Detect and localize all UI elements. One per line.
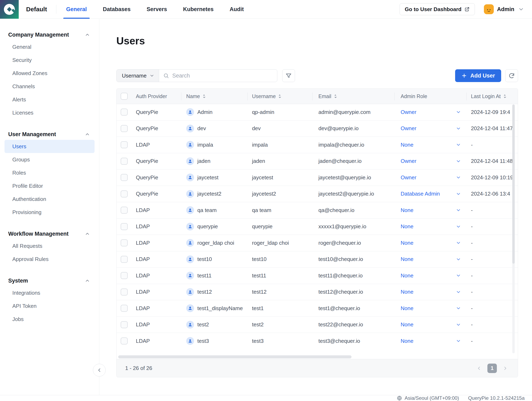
user-avatar[interactable] — [484, 4, 494, 14]
admin-role-link[interactable]: Owner — [401, 125, 417, 132]
chevron-down-icon[interactable] — [456, 240, 461, 246]
admin-role-link[interactable]: None — [401, 207, 413, 213]
row-checkbox[interactable] — [121, 158, 128, 165]
column-header-username[interactable]: Username — [247, 89, 312, 104]
name-text: test12 — [197, 289, 212, 295]
chevron-down-icon[interactable] — [456, 306, 461, 311]
chevron-down-icon[interactable] — [456, 175, 461, 180]
chevron-down-icon[interactable] — [456, 273, 461, 278]
admin-role-link[interactable]: None — [401, 142, 413, 148]
column-header-email[interactable]: Email — [312, 89, 394, 104]
search-input[interactable] — [172, 73, 273, 79]
row-checkbox[interactable] — [121, 337, 128, 344]
admin-role-link[interactable]: None — [401, 240, 413, 246]
admin-role-link[interactable]: None — [401, 321, 413, 328]
sidebar-item-users[interactable]: Users — [5, 140, 95, 153]
sort-icon[interactable] — [203, 94, 206, 98]
column-header-name[interactable]: Name — [181, 89, 247, 104]
sidebar-item-authentication[interactable]: Authentication — [0, 192, 99, 206]
row-checkbox[interactable] — [121, 256, 128, 263]
chevron-down-icon[interactable] — [456, 322, 461, 327]
nav-tab-audit[interactable]: Audit — [228, 0, 245, 19]
sidebar-section-header[interactable]: User Management — [0, 129, 99, 140]
row-checkbox[interactable] — [121, 141, 128, 148]
row-checkbox[interactable] — [121, 223, 128, 230]
row-checkbox[interactable] — [121, 207, 128, 214]
sort-icon[interactable] — [278, 94, 281, 98]
row-checkbox[interactable] — [121, 125, 128, 132]
sidebar-section-header[interactable]: System — [0, 275, 99, 286]
sidebar-item-provisioning[interactable]: Provisioning — [0, 206, 99, 219]
nav-tab-general[interactable]: General — [65, 0, 88, 19]
sidebar-item-channels[interactable]: Channels — [0, 80, 99, 93]
chevron-down-icon[interactable] — [456, 208, 461, 213]
admin-role-link[interactable]: Database Admin — [401, 191, 440, 197]
chevron-down-icon[interactable] — [456, 191, 461, 197]
row-checkbox[interactable] — [121, 191, 128, 197]
horizontal-scrollbar[interactable] — [118, 355, 352, 358]
select-all-checkbox[interactable] — [121, 93, 128, 100]
row-checkbox[interactable] — [121, 321, 128, 328]
sidebar-section-header[interactable]: Workflow Management — [0, 228, 99, 239]
sidebar-item-security[interactable]: Security — [0, 53, 99, 67]
row-checkbox[interactable] — [121, 174, 128, 181]
sidebar-item-all-requests[interactable]: All Requests — [0, 239, 99, 253]
sidebar-item-api-token[interactable]: API Token — [0, 299, 99, 312]
sort-icon[interactable] — [503, 94, 506, 98]
row-checkbox[interactable] — [121, 288, 128, 295]
cell-last-login: - — [466, 333, 518, 349]
chevron-down-icon[interactable] — [456, 159, 461, 164]
previous-page-button[interactable] — [475, 364, 483, 372]
sidebar-collapse-button[interactable] — [93, 364, 106, 376]
row-checkbox[interactable] — [121, 108, 128, 115]
sidebar-item-licenses[interactable]: Licenses — [0, 106, 99, 119]
chevron-down-icon[interactable] — [456, 126, 461, 131]
admin-role-link[interactable]: Owner — [401, 158, 417, 164]
nav-tab-databases[interactable]: Databases — [101, 0, 132, 19]
row-checkbox[interactable] — [121, 239, 128, 246]
sidebar-item-alerts[interactable]: Alerts — [0, 93, 99, 106]
go-to-user-dashboard-button[interactable]: Go to User Dashboard — [400, 3, 475, 15]
admin-role-link[interactable]: None — [401, 289, 413, 295]
chevron-down-icon[interactable] — [456, 109, 461, 115]
column-label: Name — [186, 93, 200, 99]
column-header-last_login[interactable]: Last Login At — [466, 89, 518, 104]
add-user-button[interactable]: Add User — [455, 69, 501, 82]
nav-tab-kubernetes[interactable]: Kubernetes — [182, 0, 215, 19]
sidebar-item-integrations[interactable]: Integrations — [0, 286, 99, 299]
admin-role-link[interactable]: None — [401, 305, 413, 312]
page-number-button[interactable]: 1 — [488, 363, 497, 373]
sidebar-item-groups[interactable]: Groups — [0, 153, 99, 166]
row-checkbox[interactable] — [121, 272, 128, 279]
search-field-dropdown[interactable]: Username — [117, 70, 159, 82]
refresh-button[interactable] — [505, 69, 518, 82]
sort-icon[interactable] — [334, 94, 337, 98]
chevron-down-icon[interactable] — [518, 6, 524, 12]
chevron-down-icon[interactable] — [456, 289, 461, 295]
sidebar-item-allowed-zones[interactable]: Allowed Zones — [0, 67, 99, 80]
user-menu-name[interactable]: Admin — [497, 6, 514, 13]
chevron-down-icon[interactable] — [456, 338, 461, 344]
nav-tab-servers[interactable]: Servers — [145, 0, 168, 19]
vertical-scrollbar[interactable] — [512, 104, 515, 353]
admin-role-link[interactable]: None — [401, 273, 413, 279]
row-checkbox[interactable] — [121, 305, 128, 312]
sidebar-item-profile-editor[interactable]: Profile Editor — [0, 179, 99, 192]
workspace-name[interactable]: Default — [26, 6, 47, 13]
next-page-button[interactable] — [501, 364, 509, 372]
sidebar-item-general[interactable]: General — [0, 40, 99, 53]
sidebar-section-header[interactable]: Company Management — [0, 29, 99, 40]
admin-role-link[interactable]: None — [401, 223, 413, 230]
filter-button[interactable] — [282, 69, 295, 82]
admin-role-link[interactable]: None — [401, 338, 413, 344]
chevron-down-icon[interactable] — [456, 224, 461, 229]
admin-role-link[interactable]: Owner — [401, 109, 417, 115]
admin-role-link[interactable]: None — [401, 256, 413, 262]
chevron-down-icon[interactable] — [456, 257, 461, 262]
sidebar-item-approval-rules[interactable]: Approval Rules — [0, 253, 99, 266]
querypie-logo[interactable] — [0, 0, 19, 19]
admin-role-link[interactable]: Owner — [401, 174, 417, 181]
sidebar-item-jobs[interactable]: Jobs — [0, 312, 99, 326]
sidebar-item-roles[interactable]: Roles — [0, 166, 99, 179]
chevron-down-icon[interactable] — [456, 142, 461, 147]
